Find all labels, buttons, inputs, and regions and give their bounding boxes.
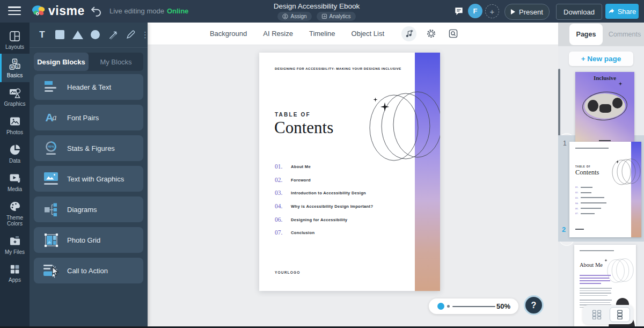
media-icon bbox=[9, 172, 21, 185]
sidebar-item-theme-colors[interactable]: Theme Colors bbox=[0, 196, 30, 230]
download-button[interactable]: Download bbox=[556, 4, 602, 20]
music-note-plus-icon bbox=[405, 29, 414, 38]
my-files-folder-icon bbox=[9, 235, 21, 247]
theme-colors-palette-icon bbox=[9, 200, 21, 213]
toc-row[interactable]: 01.About Me bbox=[275, 160, 373, 173]
design-block-stats-figures[interactable]: 40% Stats & Figures bbox=[34, 135, 143, 161]
play-icon bbox=[511, 9, 515, 14]
toc-row[interactable]: 02.Foreword bbox=[275, 173, 373, 187]
tab-design-blocks[interactable]: Design Blocks bbox=[34, 53, 89, 71]
present-button[interactable]: Present bbox=[504, 4, 550, 20]
help-button[interactable]: ? bbox=[524, 295, 544, 315]
tab-comments[interactable]: Comments bbox=[605, 23, 644, 46]
sidebar-item-graphics[interactable]: Graphics bbox=[0, 82, 30, 111]
visme-logo-icon[interactable] bbox=[31, 4, 46, 19]
more-shapes-icon[interactable]: ⋮ bbox=[141, 33, 149, 37]
analytics-button[interactable]: Analytics bbox=[317, 12, 356, 21]
square-shape-button[interactable] bbox=[53, 27, 67, 42]
background-button[interactable]: Background bbox=[210, 30, 247, 38]
basics-panel: T ⋮ Design Blocks My Blocks bbox=[30, 23, 148, 326]
hamburger-menu-icon[interactable] bbox=[8, 6, 21, 16]
zoom-slider-track[interactable] bbox=[452, 306, 495, 307]
zoom-control: 50% bbox=[429, 298, 518, 314]
object-list-button[interactable]: Object List bbox=[352, 30, 384, 38]
sidebar-item-basics[interactable]: ABC Basics bbox=[0, 54, 30, 82]
design-blocks-list: Header & Text Aa Font Pairs 40% Stats bbox=[34, 74, 143, 283]
comments-icon[interactable] bbox=[453, 6, 464, 17]
toc-row[interactable]: 04.Why is Accessibility Design Important… bbox=[275, 200, 373, 213]
design-block-text-with-graphics[interactable]: Text with Graphics bbox=[34, 166, 143, 192]
stats-figures-icon: 40% bbox=[42, 140, 60, 157]
page-title-eyebrow[interactable]: TABLE OF bbox=[275, 112, 311, 118]
invite-collaborator-button[interactable]: + bbox=[485, 4, 499, 18]
page-thumbnail-1[interactable]: Inclusive bbox=[575, 72, 634, 150]
sidebar-item-media[interactable]: Media bbox=[0, 167, 30, 196]
sidebar-item-photos[interactable]: Photos bbox=[0, 111, 30, 139]
design-block-photo-grid[interactable]: Photo Grid bbox=[34, 227, 143, 253]
circle-shape-button[interactable] bbox=[88, 27, 103, 42]
toc-row[interactable]: 07.Conclusion bbox=[275, 226, 373, 239]
photo-grid-icon bbox=[42, 231, 60, 249]
canvas-toolbar: Background AI Resize Timeline Object Lis… bbox=[148, 23, 558, 45]
timeline-button[interactable]: Timeline bbox=[309, 30, 335, 38]
toc-row[interactable]: 06.Designing for Accessibility bbox=[275, 213, 373, 226]
page-thumbnail-2[interactable]: TABLE OF Contents 01. 02. 03. 04. 06. 07… bbox=[569, 142, 641, 237]
pen-tool-button[interactable] bbox=[123, 27, 138, 42]
call-to-action-icon bbox=[42, 262, 60, 279]
design-block-call-to-action[interactable]: Call to Action bbox=[34, 258, 143, 283]
tab-my-blocks[interactable]: My Blocks bbox=[89, 53, 143, 71]
share-button[interactable]: Share bbox=[605, 4, 639, 19]
table-of-contents[interactable]: 01.About Me 02.Foreword 03.Introduction … bbox=[275, 160, 373, 239]
svg-text:A: A bbox=[13, 60, 16, 63]
design-block-label: Stats & Figures bbox=[67, 144, 115, 152]
sidebar-item-data[interactable]: Data bbox=[0, 139, 30, 167]
single-column-view-button[interactable] bbox=[610, 307, 630, 322]
sidebar-item-layouts[interactable]: Layouts bbox=[0, 26, 30, 54]
page-kicker-text[interactable]: DESIGNING FOR ACCESSIBILITY: MAKING YOUR… bbox=[275, 67, 401, 70]
ai-resize-button[interactable]: AI Resize bbox=[263, 30, 293, 38]
design-block-header-text[interactable]: Header & Text bbox=[34, 74, 143, 100]
grid-view-button[interactable] bbox=[587, 307, 607, 322]
document-title[interactable]: Design Accessibility Ebook bbox=[252, 2, 381, 10]
design-block-diagrams[interactable]: Diagrams bbox=[34, 196, 143, 222]
header-text-icon bbox=[42, 78, 60, 96]
user-avatar[interactable]: F bbox=[468, 4, 482, 18]
settings-button[interactable] bbox=[423, 26, 438, 41]
tab-pages[interactable]: Pages bbox=[569, 24, 603, 45]
text-tool-button[interactable]: T bbox=[35, 27, 49, 42]
triangle-shape-button[interactable] bbox=[70, 27, 85, 42]
sidebar-item-my-files[interactable]: My Files bbox=[0, 230, 30, 259]
page-title[interactable]: Contents bbox=[274, 118, 333, 137]
assign-button[interactable]: Assign bbox=[277, 12, 311, 21]
thumb-photo bbox=[584, 93, 625, 119]
sidebar-item-apps[interactable]: Apps bbox=[0, 259, 30, 287]
text-with-graphics-icon bbox=[42, 170, 60, 187]
font-pairs-icon: Aa bbox=[42, 109, 60, 126]
line-arrow-button[interactable] bbox=[106, 27, 120, 42]
assign-person-icon bbox=[282, 13, 288, 19]
right-panel-tabs: Pages Comments bbox=[558, 23, 644, 46]
sparkle-icon bbox=[618, 82, 623, 86]
svg-text:B: B bbox=[11, 65, 13, 69]
toc-row[interactable]: 03.Introduction to Accessibility Design bbox=[275, 186, 373, 200]
canvas-area[interactable]: DESIGNING FOR ACCESSIBILITY: MAKING YOUR… bbox=[148, 45, 558, 326]
preview-search-button[interactable] bbox=[445, 26, 460, 41]
page-footer-logo[interactable]: YOURLOGO bbox=[275, 271, 301, 274]
pages-panel: Pages Comments + New page ••• ••• Inclus… bbox=[558, 23, 644, 326]
sparkle-icon bbox=[604, 259, 608, 262]
apps-grid-icon bbox=[9, 263, 21, 275]
document-page[interactable]: DESIGNING FOR ACCESSIBILITY: MAKING YOUR… bbox=[259, 53, 440, 291]
add-audio-button[interactable] bbox=[401, 26, 416, 41]
photos-icon bbox=[9, 115, 21, 128]
grid-view-icon bbox=[591, 309, 602, 320]
new-page-button[interactable]: + New page bbox=[569, 52, 633, 66]
design-block-font-pairs[interactable]: Aa Font Pairs bbox=[34, 105, 143, 130]
svg-text:40%: 40% bbox=[48, 145, 55, 148]
zoom-slider-handle[interactable] bbox=[437, 303, 444, 310]
top-bar: visme Live editing modeOnline Design Acc… bbox=[0, 0, 644, 23]
undo-icon[interactable] bbox=[90, 5, 102, 17]
pen-icon bbox=[126, 30, 136, 40]
sparkle-icon bbox=[616, 160, 619, 164]
quick-shape-toolbar: T ⋮ bbox=[35, 27, 149, 42]
layouts-icon bbox=[9, 30, 21, 42]
